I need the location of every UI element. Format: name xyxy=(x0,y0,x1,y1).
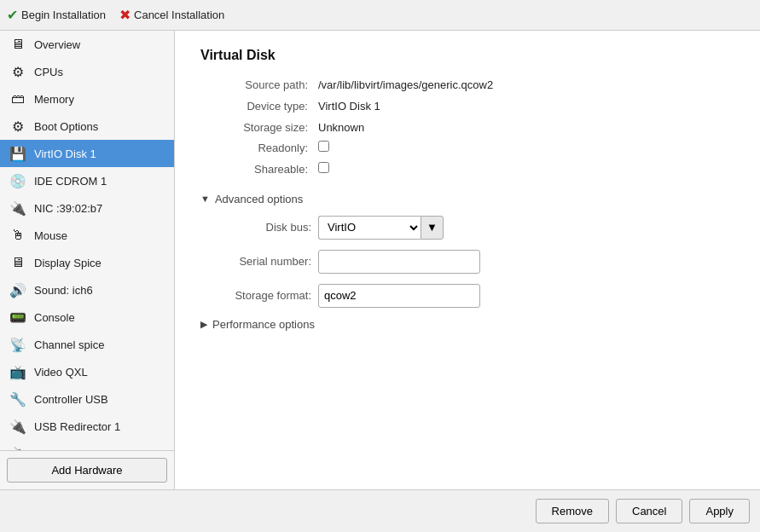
shareable-label: Shareable: xyxy=(200,161,311,179)
readonly-checkbox-container xyxy=(318,140,734,158)
source-path-label: Source path: xyxy=(200,77,311,95)
storage-size-value: Unknown xyxy=(318,119,734,137)
sidebar-item-sound-ich6[interactable]: 🔊 Sound: ich6 xyxy=(0,276,174,304)
readonly-checkbox[interactable] xyxy=(318,141,329,152)
sidebar-label-nic: NIC :39:02:b7 xyxy=(34,202,102,215)
sidebar-item-cpus[interactable]: ⚙ CPUs xyxy=(0,58,174,85)
page-title: Virtual Disk xyxy=(200,48,734,63)
sidebar-icon-usb-redirector-2: 🔌 xyxy=(9,444,27,450)
sidebar-label-ide-cdrom-1: IDE CDROM 1 xyxy=(34,175,107,188)
sidebar-icon-memory: 🗃 xyxy=(9,90,27,108)
storage-format-input[interactable] xyxy=(318,284,480,308)
advanced-options-header[interactable]: ▼ Advanced options xyxy=(200,193,734,205)
sidebar-icon-mouse: 🖱 xyxy=(9,226,27,245)
sidebar-label-cpus: CPUs xyxy=(34,66,63,78)
sidebar-icon-video-qxl: 📺 xyxy=(9,362,27,381)
shareable-checkbox[interactable] xyxy=(318,162,329,173)
sidebar-label-overview: Overview xyxy=(34,38,80,51)
sidebar-icon-usb-redirector-1: 🔌 xyxy=(9,417,27,436)
sidebar-icon-cpus: ⚙ xyxy=(9,62,27,81)
cancel-button[interactable]: Cancel xyxy=(616,499,682,523)
cancel-icon: ✖ xyxy=(119,7,131,23)
sidebar-item-ide-cdrom-1[interactable]: 💿 IDE CDROM 1 xyxy=(0,167,174,194)
sidebar-item-memory[interactable]: 🗃 Memory xyxy=(0,85,174,113)
disk-bus-select[interactable]: VirtIO xyxy=(318,216,421,240)
info-table: Source path: /var/lib/libvirt/images/gen… xyxy=(200,77,734,179)
apply-button[interactable]: Apply xyxy=(689,499,750,523)
sidebar-icon-channel-spice: 📡 xyxy=(9,335,27,354)
source-path-value: /var/lib/libvirt/images/generic.qcow2 xyxy=(318,77,734,95)
sidebar-icon-overview: 🖥 xyxy=(9,35,27,54)
main-area: 🖥 Overview ⚙ CPUs 🗃 Memory ⚙ Boot Option… xyxy=(0,31,760,489)
storage-format-label: Storage format: xyxy=(200,289,311,302)
sidebar-label-boot-options: Boot Options xyxy=(34,120,98,133)
sidebar-label-controller-usb: Controller USB xyxy=(34,393,108,406)
sidebar-label-video-qxl: Video QXL xyxy=(34,366,88,379)
sidebar-item-mouse[interactable]: 🖱 Mouse xyxy=(0,222,174,249)
sidebar-label-sound-ich6: Sound: ich6 xyxy=(34,284,93,297)
sidebar-label-virtio-disk-1: VirtIO Disk 1 xyxy=(34,147,96,160)
disk-bus-dropdown-button[interactable]: ▼ xyxy=(421,216,444,240)
sidebar-icon-sound-ich6: 🔊 xyxy=(9,280,27,299)
sidebar-icon-nic: 🔌 xyxy=(9,199,27,217)
sidebar-icon-display-spice: 🖥 xyxy=(9,253,27,272)
sidebar-item-console[interactable]: 📟 Console xyxy=(0,304,174,331)
device-type-value: VirtIO Disk 1 xyxy=(318,98,734,116)
performance-options-header[interactable]: ▶ Performance options xyxy=(200,318,734,331)
sidebar-item-video-qxl[interactable]: 📺 Video QXL xyxy=(0,358,174,385)
performance-arrow-icon: ▶ xyxy=(200,319,207,330)
sidebar-item-channel-spice[interactable]: 📡 Channel spice xyxy=(0,331,174,358)
device-type-label: Device type: xyxy=(200,98,311,116)
sidebar-icon-virtio-disk-1: 💾 xyxy=(9,144,27,163)
performance-options-label: Performance options xyxy=(212,318,315,331)
sidebar-icon-controller-usb: 🔧 xyxy=(9,390,27,408)
sidebar-list: 🖥 Overview ⚙ CPUs 🗃 Memory ⚙ Boot Option… xyxy=(0,31,174,450)
disk-bus-row: Disk bus: VirtIO ▼ xyxy=(200,216,734,240)
cancel-installation-button[interactable]: ✖ Cancel Installation xyxy=(119,7,224,23)
sidebar-icon-ide-cdrom-1: 💿 xyxy=(9,171,27,190)
advanced-arrow-icon: ▼ xyxy=(200,194,210,204)
disk-bus-container: VirtIO ▼ xyxy=(318,216,444,240)
sidebar-icon-boot-options: ⚙ xyxy=(9,117,27,136)
storage-size-label: Storage size: xyxy=(200,119,311,137)
begin-label: Begin Installation xyxy=(21,9,106,21)
serial-number-label: Serial number: xyxy=(200,255,311,268)
sidebar-item-display-spice[interactable]: 🖥 Display Spice xyxy=(0,249,174,276)
sidebar-label-memory: Memory xyxy=(34,93,74,106)
begin-installation-button[interactable]: ✔ Begin Installation xyxy=(7,7,106,23)
remove-button[interactable]: Remove xyxy=(536,499,609,523)
sidebar-label-console: Console xyxy=(34,311,75,324)
disk-bus-label: Disk bus: xyxy=(200,221,311,234)
toolbar: ✔ Begin Installation ✖ Cancel Installati… xyxy=(0,0,760,31)
sidebar-item-controller-usb[interactable]: 🔧 Controller USB xyxy=(0,385,174,413)
sidebar-item-overview[interactable]: 🖥 Overview xyxy=(0,31,174,58)
sidebar-item-boot-options[interactable]: ⚙ Boot Options xyxy=(0,113,174,140)
detail-panel: Virtual Disk Source path: /var/lib/libvi… xyxy=(175,31,760,489)
add-hardware-button[interactable]: Add Hardware xyxy=(7,458,167,483)
serial-number-input[interactable] xyxy=(318,250,480,274)
advanced-options-label: Advanced options xyxy=(215,193,303,205)
sidebar-label-display-spice: Display Spice xyxy=(34,257,102,269)
sidebar-item-usb-redirector-2[interactable]: 🔌 USB Redirector 2 xyxy=(0,440,174,450)
cancel-label: Cancel Installation xyxy=(134,9,224,21)
shareable-checkbox-container xyxy=(318,161,734,179)
advanced-section: ▼ Advanced options Disk bus: VirtIO ▼ Se… xyxy=(200,193,734,331)
sidebar-icon-console: 📟 xyxy=(9,308,27,327)
sidebar-label-channel-spice: Channel spice xyxy=(34,338,104,351)
sidebar-label-mouse: Mouse xyxy=(34,229,67,242)
readonly-label: Readonly: xyxy=(200,140,311,158)
serial-number-row: Serial number: xyxy=(200,250,734,274)
sidebar-footer: Add Hardware xyxy=(0,450,174,489)
bottom-bar: Remove Cancel Apply xyxy=(0,489,760,532)
sidebar-label-usb-redirector-1: USB Redirector 1 xyxy=(34,420,120,433)
sidebar-item-virtio-disk-1[interactable]: 💾 VirtIO Disk 1 xyxy=(0,140,174,167)
begin-icon: ✔ xyxy=(7,7,18,23)
sidebar: 🖥 Overview ⚙ CPUs 🗃 Memory ⚙ Boot Option… xyxy=(0,31,175,489)
sidebar-item-usb-redirector-1[interactable]: 🔌 USB Redirector 1 xyxy=(0,413,174,440)
sidebar-item-nic[interactable]: 🔌 NIC :39:02:b7 xyxy=(0,194,174,222)
storage-format-row: Storage format: xyxy=(200,284,734,308)
